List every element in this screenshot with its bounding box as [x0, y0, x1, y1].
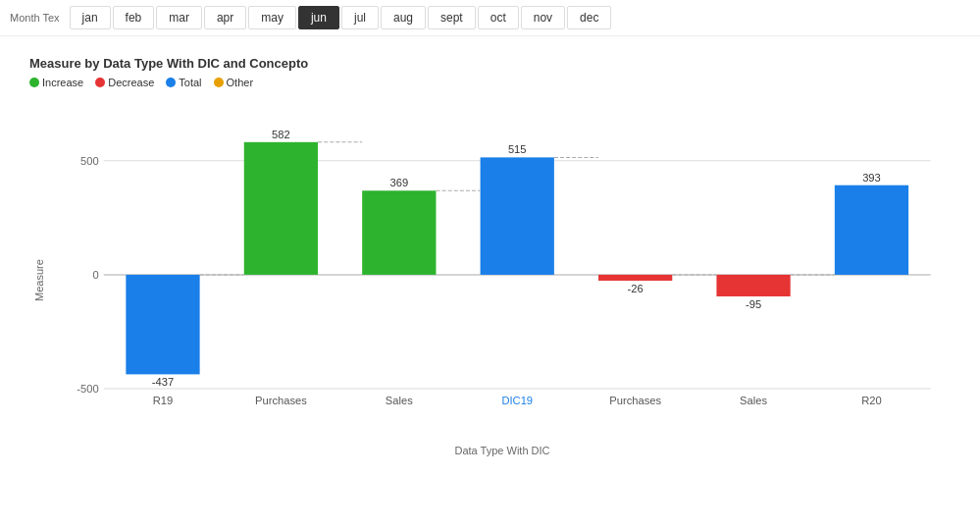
svg-text:0: 0 — [92, 269, 98, 281]
legend-dot — [166, 78, 176, 87]
month-tab-sept[interactable]: sept — [428, 6, 476, 29]
svg-text:R19: R19 — [153, 395, 173, 406]
svg-text:Purchases: Purchases — [609, 395, 661, 406]
svg-text:DIC19: DIC19 — [501, 395, 533, 406]
legend-label: Increase — [42, 77, 83, 88]
legend-item-decrease: Decrease — [95, 77, 154, 88]
month-tab-mar[interactable]: mar — [156, 6, 202, 29]
svg-text:-437: -437 — [152, 376, 174, 388]
svg-text:582: 582 — [272, 129, 290, 140]
month-tab-jun[interactable]: jun — [298, 6, 339, 29]
legend-dot — [214, 78, 224, 87]
svg-rect-9 — [244, 142, 318, 275]
x-axis-label: Data Type With DIC — [54, 445, 951, 456]
month-tab-feb[interactable]: feb — [113, 6, 155, 29]
month-tab-may[interactable]: may — [248, 6, 296, 29]
svg-text:Sales: Sales — [386, 395, 413, 406]
month-tab-nov[interactable]: nov — [521, 6, 565, 29]
legend-item-other: Other — [214, 77, 254, 88]
svg-rect-21 — [716, 275, 790, 296]
month-tab-apr[interactable]: apr — [204, 6, 246, 29]
svg-text:500: 500 — [80, 155, 99, 167]
svg-text:-95: -95 — [746, 298, 761, 310]
legend-label: Other — [227, 77, 254, 88]
month-tab-oct[interactable]: oct — [478, 6, 519, 29]
svg-text:-26: -26 — [628, 283, 644, 294]
svg-text:393: 393 — [862, 172, 881, 184]
svg-rect-18 — [598, 275, 672, 281]
y-axis-label: Measure — [29, 104, 49, 456]
legend: IncreaseDecreaseTotalOther — [29, 77, 951, 88]
svg-text:-500: -500 — [77, 383, 98, 395]
chart-area: Measure by Data Type With DIC and Concep… — [0, 36, 980, 466]
month-tab-aug[interactable]: aug — [381, 6, 426, 29]
chart-svg: 5000-500-437R19582Purchases369Sales515DI… — [54, 104, 951, 438]
svg-text:Sales: Sales — [740, 395, 767, 406]
svg-rect-6 — [126, 275, 199, 374]
chart-title: Measure by Data Type With DIC and Concep… — [29, 56, 951, 71]
month-tab-jul[interactable]: jul — [341, 6, 379, 29]
svg-rect-15 — [481, 157, 554, 275]
svg-text:R20: R20 — [861, 395, 881, 406]
svg-text:515: 515 — [508, 143, 527, 155]
svg-text:Purchases: Purchases — [255, 395, 307, 406]
month-tab-jan[interactable]: jan — [70, 6, 111, 29]
legend-label: Decrease — [108, 77, 154, 88]
legend-item-increase: Increase — [29, 77, 83, 88]
legend-label: Total — [179, 77, 201, 88]
legend-item-total: Total — [166, 77, 201, 88]
chart-container: Measure 5000-500-437R19582Purchases369Sa… — [29, 104, 951, 456]
top-bar: Month Tex janfebmaraprmayjunjulaugseptoc… — [0, 0, 980, 36]
legend-dot — [29, 78, 39, 87]
month-tabs: janfebmaraprmayjunjulaugseptoctnovdec — [70, 6, 612, 29]
legend-dot — [95, 78, 105, 87]
svg-rect-12 — [362, 190, 436, 275]
chart-inner: 5000-500-437R19582Purchases369Sales515DI… — [54, 104, 951, 456]
month-tab-dec[interactable]: dec — [567, 6, 611, 29]
month-label: Month Tex — [10, 12, 60, 24]
svg-rect-24 — [835, 186, 908, 275]
svg-text:369: 369 — [390, 177, 409, 188]
